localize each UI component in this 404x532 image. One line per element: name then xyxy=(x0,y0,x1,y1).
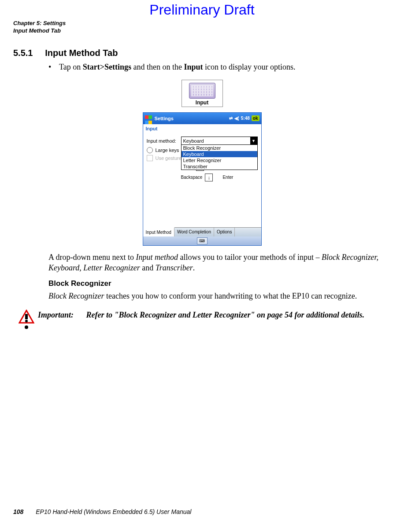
dropdown-option[interactable]: Transcriber xyxy=(182,163,257,170)
svg-point-2 xyxy=(25,325,28,329)
pda-bottom-bar: ⌨ xyxy=(143,236,261,245)
text: teaches you how to conform your handwrit… xyxy=(104,292,357,300)
backspace-label: Backspace xyxy=(181,175,203,180)
pda-title: Settings xyxy=(155,116,230,121)
chevron-down-icon[interactable]: ▼ xyxy=(250,137,257,145)
important-callout: Important: Refer to "Block Recognizer an… xyxy=(19,310,391,332)
text: Tap on xyxy=(59,63,83,71)
pda-screenshot: Settings ⇄ ◀¦ 5:48 ok Input Input method… xyxy=(143,112,262,246)
pda-status-icons: ⇄ ◀¦ 5:48 ok xyxy=(229,115,259,121)
clock-time: 5:48 xyxy=(241,116,250,121)
bullet-text: Tap on Start>Settings and then on the In… xyxy=(59,63,296,72)
text: and then on the xyxy=(131,63,184,71)
section-title: 5.5.1 Input Method Tab xyxy=(13,48,404,58)
subhead-block-recognizer: Block Recognizer xyxy=(48,279,391,288)
section-number: 5.5.1 xyxy=(13,48,33,58)
use-gestures-checkbox[interactable] xyxy=(147,155,153,161)
italic-text: Transcriber xyxy=(156,263,193,272)
input-method-label: Input method: xyxy=(147,138,181,144)
use-gestures-label: Use gestures xyxy=(156,155,184,161)
text: A drop-down menu next to xyxy=(48,253,136,262)
text: . xyxy=(193,263,195,272)
large-keys-radio[interactable] xyxy=(147,147,153,153)
preliminary-draft: Preliminary Draft xyxy=(0,2,404,18)
text: allows you to tailor your methods of inp… xyxy=(178,253,322,262)
warning-icon xyxy=(19,310,38,332)
tab-word-completion[interactable]: Word Completion xyxy=(174,228,214,236)
page-number: 108 xyxy=(13,508,23,515)
bullet-instruction: • Tap on Start>Settings and then on the … xyxy=(48,63,391,72)
input-icon-figure: Input xyxy=(0,80,404,107)
svg-rect-0 xyxy=(25,314,28,319)
pda-tabs: Input Method Word Completion Options xyxy=(143,227,261,236)
input-method-dropdown: Block Recognizer Keyboard Letter Recogni… xyxy=(181,144,258,170)
pda-titlebar: Settings ⇄ ◀¦ 5:48 ok xyxy=(143,113,261,124)
select-value: Keyboard xyxy=(183,138,204,144)
important-text: Refer to "Block Recognizer and Letter Re… xyxy=(86,310,382,320)
page-footer: 108 EP10 Hand-Held (Windows Embedded 6.5… xyxy=(13,508,191,515)
backspace-gesture-icon: ↓ xyxy=(205,174,213,181)
input-icon: Input xyxy=(182,80,223,107)
paragraph-dropdown-desc: A drop-down menu next to Input method al… xyxy=(48,252,391,273)
bold-text: Input xyxy=(184,63,203,71)
sip-keyboard-icon[interactable]: ⌨ xyxy=(197,237,208,244)
volume-icon: ◀¦ xyxy=(234,116,239,121)
bullet-dot: • xyxy=(48,63,59,72)
large-keys-label: Large keys xyxy=(156,148,179,153)
important-label: Important: xyxy=(38,310,84,320)
italic-text: Block Recognizer xyxy=(48,292,104,300)
dropdown-option[interactable]: Block Recognizer xyxy=(182,145,257,151)
input-icon-label: Input xyxy=(186,100,218,106)
tab-input-method[interactable]: Input Method xyxy=(143,227,174,236)
svg-point-1 xyxy=(25,320,28,322)
dropdown-option-selected[interactable]: Keyboard xyxy=(182,151,257,157)
manual-title: EP10 Hand-Held (Windows Embedded 6.5) Us… xyxy=(36,508,191,515)
header-chapter: Chapter 5: Settings xyxy=(13,20,404,27)
paragraph-block-recognizer: Block Recognizer teaches you how to conf… xyxy=(48,291,391,301)
ok-button[interactable]: ok xyxy=(252,115,259,121)
text: and xyxy=(140,263,156,272)
pda-screen-title: Input xyxy=(143,124,261,133)
dropdown-option[interactable]: Letter Recognizer xyxy=(182,157,257,163)
enter-label: Enter xyxy=(222,175,233,180)
tab-options[interactable]: Options xyxy=(214,228,235,236)
header-topic: Input Method Tab xyxy=(13,27,404,35)
start-flag-icon xyxy=(145,115,153,122)
text: icon to display your options. xyxy=(203,63,296,71)
italic-text: Input method xyxy=(136,253,178,262)
input-method-select[interactable]: Keyboard ▼ xyxy=(181,137,258,145)
connectivity-icon: ⇄ xyxy=(229,116,233,121)
pda-body: Input method: Keyboard ▼ Block Recognize… xyxy=(143,133,261,227)
keyboard-icon xyxy=(189,83,215,99)
section-name: Input Method Tab xyxy=(45,48,118,58)
page-header: Chapter 5: Settings Input Method Tab xyxy=(13,20,404,35)
bold-text: Start>Settings xyxy=(83,63,131,71)
